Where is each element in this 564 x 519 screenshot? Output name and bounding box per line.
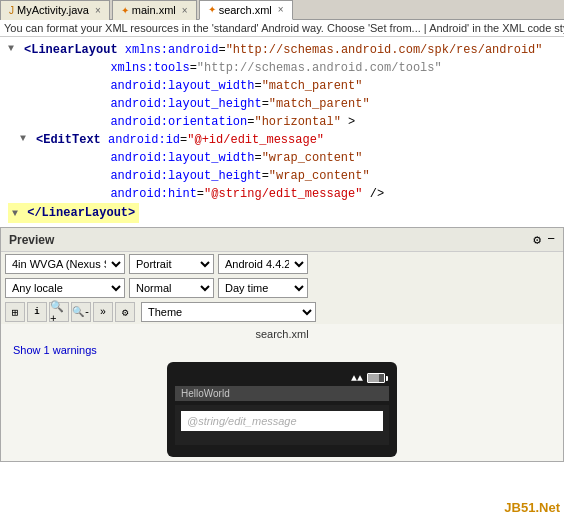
xml-file-icon-main: ✦ — [121, 5, 129, 16]
preview-title: Preview — [9, 233, 54, 247]
tab-search-xml-label: search.xml — [219, 4, 272, 16]
code-text-6: <EditText android:id="@+id/edit_message" — [36, 131, 324, 149]
preview-row2: Any locale Normal Large Small Day time N… — [1, 276, 563, 300]
theme-select[interactable]: Theme Theme.Light — [141, 302, 316, 322]
battery-icon — [367, 373, 385, 383]
code-text-8: android:layout_height="wrap_content" — [24, 167, 370, 185]
preview-row1: 4in WVGA (Nexus S) Portrait Landscape An… — [1, 252, 563, 276]
tab-activity-java[interactable]: J MyActivity.java × — [0, 0, 110, 20]
code-line-7: android:layout_width="wrap_content" — [8, 149, 556, 167]
tab-main-xml[interactable]: ✦ main.xml × — [112, 0, 197, 20]
device-title-bar: HelloWorld — [175, 386, 389, 401]
normal-select[interactable]: Normal Large Small — [129, 278, 214, 298]
device-select[interactable]: 4in WVGA (Nexus S) — [5, 254, 125, 274]
zoom-in-btn[interactable]: 🔍+ — [49, 302, 69, 322]
preview-panel: Preview ⚙ − 4in WVGA (Nexus S) Portrait … — [0, 227, 564, 462]
locale-select[interactable]: Any locale — [5, 278, 125, 298]
code-line-1: ▼ <LinearLayout xmlns:android="http://sc… — [8, 41, 556, 59]
info-bar: You can format your XML resources in the… — [0, 20, 564, 37]
tab-main-xml-close[interactable]: × — [182, 5, 188, 16]
device-mockup: ▲▲ HelloWorld @string/edit_message — [167, 362, 397, 457]
battery-fill — [368, 374, 379, 382]
code-line-6: ▼ <EditText android:id="@+id/edit_messag… — [8, 131, 556, 149]
code-text-9: android:hint="@string/edit_message" /> — [24, 185, 384, 203]
fold-icon-1[interactable]: ▼ — [8, 41, 22, 56]
code-text-1: <LinearLayout xmlns:android="http://sche… — [24, 41, 543, 59]
preview-header-icons: ⚙ − — [533, 232, 555, 248]
orientation-select[interactable]: Portrait Landscape — [129, 254, 214, 274]
device-app-title: HelloWorld — [181, 388, 230, 399]
device-screen: @string/edit_message — [175, 405, 389, 445]
preview-warning-bar: Show 1 warnings — [5, 342, 559, 362]
code-line-4: android:layout_height="match_parent" — [8, 95, 556, 113]
code-line-closing: ▼ </LinearLayout> — [8, 203, 139, 223]
device-status-bar: ▲▲ — [175, 370, 389, 386]
xml-file-icon-search: ✦ — [208, 4, 216, 15]
tab-bar: J MyActivity.java × ✦ main.xml × ✦ searc… — [0, 0, 564, 20]
java-file-icon: J — [9, 5, 14, 16]
watermark: JB51.Net — [504, 500, 560, 515]
more-btn[interactable]: » — [93, 302, 113, 322]
code-text-7: android:layout_width="wrap_content" — [24, 149, 362, 167]
device-edit-text-hint: @string/edit_message — [181, 411, 383, 431]
android-version-select[interactable]: Android 4.4.2 Android 4.0 — [218, 254, 308, 274]
fold-icon-closing[interactable]: ▼ — [12, 208, 18, 219]
code-text-4: android:layout_height="match_parent" — [24, 95, 370, 113]
minus-icon[interactable]: − — [547, 232, 555, 247]
screen-toggle-btn[interactable]: ⊞ — [5, 302, 25, 322]
info-bar-text: You can format your XML resources in the… — [4, 22, 564, 34]
info-btn[interactable]: i — [27, 302, 47, 322]
code-text-3: android:layout_width="match_parent" — [24, 77, 362, 95]
code-line-8: android:layout_height="wrap_content" — [8, 167, 556, 185]
tab-activity-java-label: MyActivity.java — [17, 4, 89, 16]
code-line-3: android:layout_width="match_parent" — [8, 77, 556, 95]
preview-header: Preview ⚙ − — [1, 228, 563, 252]
wifi-icon: ▲▲ — [351, 373, 363, 384]
settings-btn[interactable]: ⚙ — [115, 302, 135, 322]
show-warnings-link[interactable]: Show 1 warnings — [13, 344, 97, 356]
tab-search-xml[interactable]: ✦ search.xml × — [199, 0, 293, 20]
tab-main-xml-label: main.xml — [132, 4, 176, 16]
code-text-2: xmlns:tools="http://schemas.android.com/… — [24, 59, 442, 77]
tab-activity-java-close[interactable]: × — [95, 5, 101, 16]
tab-search-xml-close[interactable]: × — [278, 4, 284, 15]
preview-content: search.xml Show 1 warnings ▲▲ HelloWorld… — [1, 324, 563, 461]
code-line-2: xmlns:tools="http://schemas.android.com/… — [8, 59, 556, 77]
zoom-out-btn[interactable]: 🔍- — [71, 302, 91, 322]
code-text-closing: </LinearLayout> — [27, 206, 135, 220]
code-line-9: android:hint="@string/edit_message" /> — [8, 185, 556, 203]
gear-icon[interactable]: ⚙ — [533, 232, 541, 248]
preview-filename: search.xml — [5, 324, 559, 342]
fold-icon-6[interactable]: ▼ — [20, 131, 34, 146]
preview-row3: ⊞ i 🔍+ 🔍- » ⚙ Theme Theme.Light — [1, 300, 563, 324]
code-area: ▼ <LinearLayout xmlns:android="http://sc… — [0, 37, 564, 227]
daytime-select[interactable]: Day time Night — [218, 278, 308, 298]
code-text-5: android:orientation="horizontal" > — [24, 113, 355, 131]
code-line-5: android:orientation="horizontal" > — [8, 113, 556, 131]
